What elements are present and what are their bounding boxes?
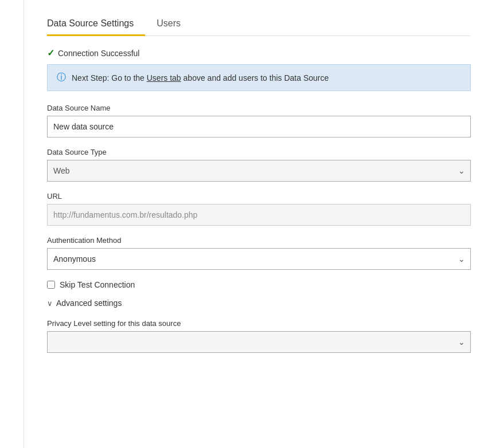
left-sidebar	[0, 0, 24, 448]
advanced-settings-label: Advanced settings	[56, 298, 122, 308]
connection-status-text: Connection Successful	[58, 49, 139, 58]
data-source-type-select-wrapper: Web SQL Server Analysis Services Oracle …	[47, 160, 471, 182]
skip-test-connection-row: Skip Test Connection	[47, 280, 471, 289]
info-text-prefix: Next Step: Go to the	[72, 73, 147, 82]
auth-method-select[interactable]: Anonymous Windows Basic OAuth2	[47, 248, 471, 270]
tab-users[interactable]: Users	[157, 11, 192, 36]
skip-test-connection-checkbox[interactable]	[47, 281, 55, 289]
tabs-container: Data Source Settings Users	[47, 11, 471, 36]
check-icon: ✓	[47, 48, 54, 58]
page-wrapper: Data Source Settings Users ✓ Connection …	[0, 0, 488, 448]
info-text-suffix: above and add users to this Data Source	[181, 73, 329, 82]
info-message: Next Step: Go to the Users tab above and…	[72, 73, 329, 82]
advanced-settings-toggle[interactable]: ∨ Advanced settings	[47, 298, 471, 308]
privacy-level-group: Privacy Level setting for this data sour…	[47, 319, 471, 353]
auth-method-select-wrapper: Anonymous Windows Basic OAuth2 ⌄	[47, 248, 471, 270]
users-tab-link[interactable]: Users tab	[147, 73, 181, 82]
url-label: URL	[47, 192, 471, 201]
data-source-type-label: Data Source Type	[47, 148, 471, 156]
privacy-level-select-wrapper: None Private Organizational Public ⌄	[47, 331, 471, 353]
main-content: Data Source Settings Users ✓ Connection …	[24, 0, 488, 448]
auth-method-group: Authentication Method Anonymous Windows …	[47, 236, 471, 270]
privacy-level-select[interactable]: None Private Organizational Public	[47, 331, 471, 353]
info-box: ⓘ Next Step: Go to the Users tab above a…	[47, 64, 471, 91]
tab-data-source-settings[interactable]: Data Source Settings	[47, 11, 145, 36]
privacy-level-label: Privacy Level setting for this data sour…	[47, 319, 471, 328]
info-icon: ⓘ	[57, 72, 66, 84]
data-source-type-select[interactable]: Web SQL Server Analysis Services Oracle	[47, 160, 471, 182]
expand-icon: ∨	[47, 299, 53, 308]
data-source-name-label: Data Source Name	[47, 104, 471, 112]
data-source-name-input[interactable]	[47, 116, 471, 137]
url-input	[47, 204, 471, 226]
auth-method-label: Authentication Method	[47, 236, 471, 245]
url-group: URL	[47, 192, 471, 226]
skip-test-connection-label: Skip Test Connection	[60, 280, 135, 289]
data-source-type-group: Data Source Type Web SQL Server Analysis…	[47, 148, 471, 182]
data-source-name-group: Data Source Name	[47, 104, 471, 137]
connection-status: ✓ Connection Successful	[47, 48, 471, 58]
